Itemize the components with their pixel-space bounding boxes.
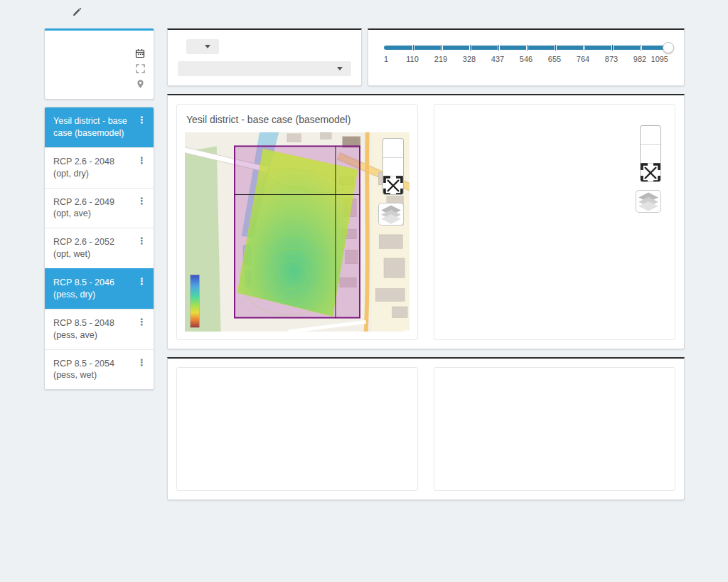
map-zoom-control bbox=[382, 138, 404, 195]
zoom-out-button[interactable] bbox=[641, 144, 660, 163]
slider-tick-label: 655 bbox=[548, 55, 561, 63]
scenario-item[interactable]: RCP 8.5 - 2048 (pess, ave) ⋮ bbox=[45, 309, 154, 349]
scenario-label: RCP 8.5 - 2046 (pess, dry) bbox=[53, 277, 132, 301]
map-card-title: Yesil district - base case (basemodel) bbox=[186, 114, 410, 125]
time-slider-panel: 11102193284375466557648739821095 bbox=[368, 28, 685, 86]
slider-tick-label: 219 bbox=[434, 55, 447, 63]
slider-tick bbox=[583, 45, 585, 51]
slider-tick bbox=[555, 45, 557, 51]
chevron-down-icon bbox=[337, 67, 343, 70]
charts-section bbox=[167, 357, 685, 500]
zoom-in-button[interactable] bbox=[383, 139, 403, 157]
scenario-label: RCP 2.6 - 2049 (opt, ave) bbox=[53, 196, 132, 221]
scenario-menu: Yesil district - base case (basemodel) ⋮… bbox=[44, 107, 154, 390]
scenario-label: RCP 8.5 - 2048 (pess, ave) bbox=[53, 317, 132, 342]
scenario-item[interactable]: RCP 2.6 - 2049 (opt, ave) ⋮ bbox=[45, 188, 154, 228]
scenario-item[interactable]: RCP 2.6 - 2048 (opt, dry) ⋮ bbox=[45, 147, 154, 188]
scenario-label: RCP 2.6 - 2052 (opt, wet) bbox=[53, 236, 132, 260]
scenario-label: Yesil district - base case (basemodel) bbox=[53, 115, 132, 139]
main-content: 11102193284375466557648739821095 Yesil d… bbox=[167, 28, 685, 508]
vertical-cross-section-card bbox=[434, 367, 675, 491]
legend-colorbar bbox=[191, 275, 200, 327]
slider-tick bbox=[526, 45, 528, 51]
results-item-time-series[interactable] bbox=[53, 76, 145, 92]
kebab-menu-icon[interactable]: ⋮ bbox=[136, 317, 148, 342]
kebab-menu-icon[interactable]: ⋮ bbox=[136, 236, 148, 260]
maps-section: Yesil district - base case (basemodel) bbox=[167, 94, 685, 349]
kebab-menu-icon[interactable]: ⋮ bbox=[136, 156, 148, 180]
slider-tick bbox=[441, 45, 443, 51]
road-orange bbox=[366, 132, 368, 332]
slider-tick-label: 110 bbox=[406, 55, 419, 63]
scenario-label: RCP 8.5 - 2054 (pess, wet) bbox=[53, 358, 132, 382]
map-slot bbox=[185, 132, 410, 332]
expand-icon bbox=[136, 64, 145, 73]
zoom-out-button[interactable] bbox=[383, 157, 403, 176]
slider-tick bbox=[498, 45, 500, 51]
map-card-scenario bbox=[434, 104, 675, 340]
map-card-basemodel: Yesil district - base case (basemodel) bbox=[176, 104, 418, 340]
map-attribution bbox=[661, 118, 667, 120]
calendar-icon bbox=[135, 48, 145, 58]
map-legend bbox=[191, 275, 200, 327]
scenario-item[interactable]: Yesil district - base case (basemodel) ⋮ bbox=[45, 107, 154, 147]
fullscreen-button[interactable] bbox=[383, 176, 403, 194]
kebab-menu-icon[interactable]: ⋮ bbox=[136, 358, 148, 382]
slider-tick-label: 1 bbox=[384, 55, 388, 63]
scenario-item[interactable]: RCP 8.5 - 2046 (pess, dry) ⋮ bbox=[45, 268, 154, 309]
layers-icon bbox=[636, 191, 660, 211]
breadcrumb bbox=[44, 7, 82, 17]
slider-tick-label: 437 bbox=[491, 55, 504, 63]
slider-tick bbox=[611, 45, 614, 51]
select-type-panel bbox=[167, 28, 362, 86]
time-slider-track[interactable] bbox=[384, 46, 668, 50]
map-canvas[interactable] bbox=[185, 132, 410, 332]
layers-button[interactable] bbox=[636, 190, 661, 213]
slider-tick-label: 982 bbox=[633, 55, 646, 63]
slider-tick-label: 873 bbox=[605, 55, 618, 63]
slider-tick-label: 1095 bbox=[651, 55, 668, 63]
kebab-menu-icon[interactable]: ⋮ bbox=[136, 277, 148, 301]
results-panel bbox=[44, 28, 154, 100]
slider-tick-label: 546 bbox=[520, 55, 532, 63]
horizontal-cross-section-card bbox=[176, 367, 418, 491]
sidebar: Yesil district - base case (basemodel) ⋮… bbox=[44, 28, 154, 508]
slider-tick-label: 764 bbox=[577, 55, 589, 63]
layers-icon bbox=[379, 204, 403, 224]
kebab-menu-icon[interactable]: ⋮ bbox=[136, 196, 148, 221]
page: Yesil district - base case (basemodel) ⋮… bbox=[0, 0, 728, 582]
slider-tick bbox=[640, 45, 642, 51]
fullscreen-button[interactable] bbox=[641, 163, 660, 181]
edit-pencil-icon[interactable] bbox=[72, 7, 82, 17]
controls-row: 11102193284375466557648739821095 bbox=[167, 28, 685, 86]
kebab-menu-icon[interactable]: ⋮ bbox=[136, 115, 148, 139]
time-slider-labels: 11102193284375466557648739821095 bbox=[384, 55, 668, 66]
vertical-cross-section-chart[interactable] bbox=[442, 376, 667, 482]
slider-tick bbox=[469, 45, 471, 51]
map-zoom-control bbox=[640, 125, 661, 182]
layers-button[interactable] bbox=[378, 203, 404, 226]
scenario-item[interactable]: RCP 2.6 - 2052 (opt, wet) ⋮ bbox=[45, 228, 154, 268]
map-pin-icon bbox=[136, 79, 145, 89]
results-item-difference[interactable] bbox=[53, 61, 145, 76]
slider-tick bbox=[412, 45, 414, 51]
zoom-in-button[interactable] bbox=[641, 126, 660, 144]
scenario-item[interactable]: RCP 8.5 - 2054 (pess, wet) ⋮ bbox=[45, 349, 154, 390]
fullscreen-icon bbox=[641, 163, 660, 183]
slider-tick-label: 328 bbox=[463, 55, 476, 63]
results-item-cross-section[interactable] bbox=[53, 46, 145, 61]
horizontal-cross-section-chart[interactable] bbox=[185, 376, 410, 482]
chevron-down-icon bbox=[205, 45, 210, 48]
scenario-label: RCP 2.6 - 2048 (opt, dry) bbox=[53, 156, 132, 180]
layer-dropdown[interactable] bbox=[178, 61, 351, 76]
time-slider-handle[interactable] bbox=[663, 42, 674, 53]
type-dropdown[interactable] bbox=[186, 39, 219, 54]
map-attribution bbox=[404, 330, 410, 332]
map-wrap bbox=[185, 132, 410, 332]
fullscreen-icon bbox=[383, 176, 403, 196]
